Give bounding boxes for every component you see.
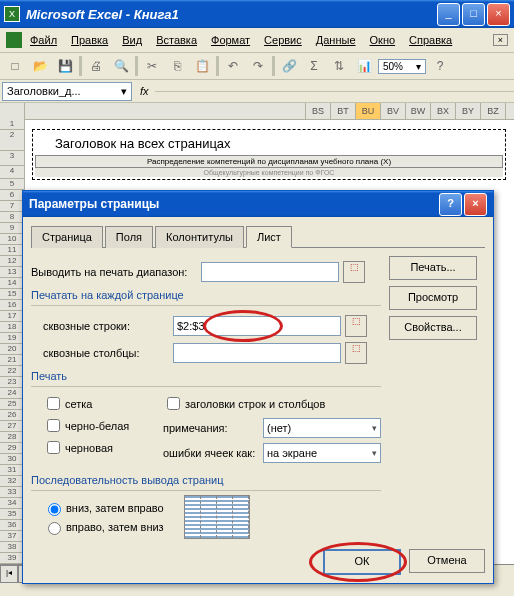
window-title: Microsoft Excel - Книга1 xyxy=(26,7,437,22)
col-header[interactable]: BV xyxy=(381,103,406,119)
save-icon[interactable]: 💾 xyxy=(54,55,76,77)
separator xyxy=(272,56,275,76)
cell-text: Заголовок на всех страницах xyxy=(35,132,503,155)
tab-header[interactable]: Колонтитулы xyxy=(155,226,244,248)
ref-button[interactable]: ⬚ xyxy=(345,342,367,364)
group-label: Последовательность вывода страниц xyxy=(31,474,381,486)
properties-button[interactable]: Свойства... xyxy=(389,316,477,340)
chk-label: сетка xyxy=(65,398,92,410)
notes-label: примечания: xyxy=(163,422,263,434)
seq-down-radio[interactable] xyxy=(48,503,61,516)
bw-checkbox[interactable] xyxy=(47,419,60,432)
close-button[interactable]: × xyxy=(487,3,510,26)
col-header[interactable]: BU xyxy=(356,103,381,119)
print-icon[interactable]: 🖨 xyxy=(85,55,107,77)
cancel-button[interactable]: Отмена xyxy=(409,549,485,573)
col-header[interactable]: BT xyxy=(331,103,356,119)
menu-file[interactable]: Файл xyxy=(30,34,57,46)
sum-icon[interactable]: Σ xyxy=(303,55,325,77)
chart-icon[interactable]: 📊 xyxy=(353,55,375,77)
tab-margins[interactable]: Поля xyxy=(105,226,153,248)
col-header[interactable]: BW xyxy=(406,103,431,119)
titlebar: X Microsoft Excel - Книга1 _ □ × xyxy=(0,0,514,28)
maximize-button[interactable]: □ xyxy=(462,3,485,26)
tab-sheet[interactable]: Лист xyxy=(246,226,292,248)
print-range-label: Выводить на печать диапазон: xyxy=(31,266,201,278)
col-header[interactable]: BZ xyxy=(481,103,506,119)
chk-label: черновая xyxy=(65,442,113,454)
menu-edit[interactable]: Правка xyxy=(71,34,108,46)
toolbar: □ 📂 💾 🖨 🔍 ✂ ⎘ 📋 ↶ ↷ 🔗 Σ ⇅ 📊 50%▾ ? xyxy=(0,53,514,80)
help-icon[interactable]: ? xyxy=(429,55,451,77)
cols-input[interactable] xyxy=(173,343,341,363)
chk-label: заголовки строк и столбцов xyxy=(185,398,325,410)
cut-icon[interactable]: ✂ xyxy=(141,55,163,77)
tab-nav-first[interactable]: |◂ xyxy=(0,565,18,583)
cell-text: Общекультурные компетенции по ФГОС xyxy=(35,168,503,177)
menu-window[interactable]: Окно xyxy=(370,34,396,46)
redo-icon[interactable]: ↷ xyxy=(247,55,269,77)
menubar: Файл Правка Вид Вставка Формат Сервис Да… xyxy=(0,28,514,53)
group-label: Печать xyxy=(31,370,381,382)
sort-icon[interactable]: ⇅ xyxy=(328,55,350,77)
ref-button[interactable]: ⬚ xyxy=(343,261,365,283)
copy-icon[interactable]: ⎘ xyxy=(166,55,188,77)
print-range-input[interactable] xyxy=(201,262,339,282)
sequence-preview-icon xyxy=(184,495,250,539)
ref-button[interactable]: ⬚ xyxy=(345,315,367,337)
fx-label[interactable]: fx xyxy=(140,85,149,97)
radio-label: вниз, затем вправо xyxy=(66,502,164,514)
minimize-button[interactable]: _ xyxy=(437,3,460,26)
menu-insert[interactable]: Вставка xyxy=(156,34,197,46)
name-box[interactable]: Заголовки_д...▾ xyxy=(2,82,132,101)
workbook-close-button[interactable]: × xyxy=(493,34,508,46)
preview-button[interactable]: Просмотр xyxy=(389,286,477,310)
paste-icon[interactable]: 📋 xyxy=(191,55,213,77)
formula-bar[interactable] xyxy=(155,91,514,92)
grid-checkbox[interactable] xyxy=(47,397,60,410)
link-icon[interactable]: 🔗 xyxy=(278,55,300,77)
menu-view[interactable]: Вид xyxy=(122,34,142,46)
open-icon[interactable]: 📂 xyxy=(29,55,51,77)
tab-page[interactable]: Страница xyxy=(31,226,103,248)
errors-combo[interactable]: на экране▾ xyxy=(263,443,381,463)
menu-service[interactable]: Сервис xyxy=(264,34,302,46)
group-label: Печатать на каждой странице xyxy=(31,289,381,301)
seq-right-radio[interactable] xyxy=(48,522,61,535)
page-setup-dialog: Параметры страницы ? × Страница Поля Кол… xyxy=(22,190,494,584)
preview-icon[interactable]: 🔍 xyxy=(110,55,132,77)
errors-label: ошибки ячеек как: xyxy=(163,447,263,459)
rows-input[interactable] xyxy=(173,316,341,336)
menu-data[interactable]: Данные xyxy=(316,34,356,46)
chk-label: черно-белая xyxy=(65,420,129,432)
ok-button[interactable]: ОК xyxy=(323,549,401,575)
rows-label: сквозные строки: xyxy=(31,320,173,332)
dialog-close-button[interactable]: × xyxy=(464,193,487,216)
radio-label: вправо, затем вниз xyxy=(66,521,164,533)
headings-checkbox[interactable] xyxy=(167,397,180,410)
new-icon[interactable]: □ xyxy=(4,55,26,77)
cell-text: Распределение компетенций по дисципланам… xyxy=(35,155,503,168)
zoom-combo[interactable]: 50%▾ xyxy=(378,59,426,74)
col-header[interactable]: BS xyxy=(306,103,331,119)
excel-icon: X xyxy=(4,6,20,22)
draft-checkbox[interactable] xyxy=(47,441,60,454)
column-headers: BS BT BU BV BW BX BY BZ xyxy=(0,103,514,120)
dialog-help-button[interactable]: ? xyxy=(439,193,462,216)
separator xyxy=(135,56,138,76)
notes-combo[interactable]: (нет)▾ xyxy=(263,418,381,438)
col-header[interactable]: BX xyxy=(431,103,456,119)
menu-format[interactable]: Формат xyxy=(211,34,250,46)
print-button[interactable]: Печать... xyxy=(389,256,477,280)
cols-label: сквозные столбцы: xyxy=(31,347,173,359)
separator xyxy=(79,56,82,76)
menu-help[interactable]: Справка xyxy=(409,34,452,46)
col-header[interactable]: BY xyxy=(456,103,481,119)
workbook-icon[interactable] xyxy=(6,32,22,48)
separator xyxy=(216,56,219,76)
undo-icon[interactable]: ↶ xyxy=(222,55,244,77)
dialog-title: Параметры страницы xyxy=(29,197,439,211)
